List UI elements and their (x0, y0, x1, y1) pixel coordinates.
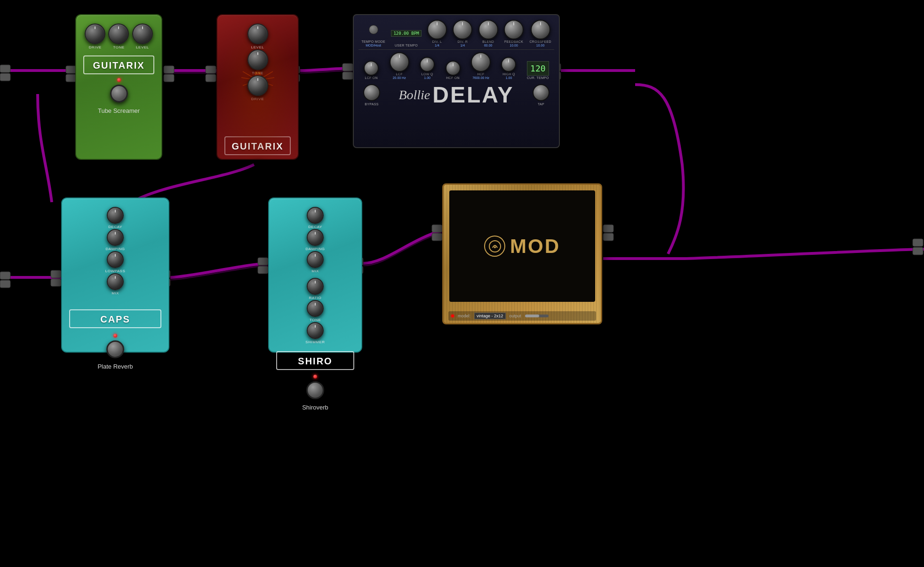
shiro-knobs-top: DECAY DAMPING MIX (269, 198, 361, 276)
model-label: model: (458, 314, 470, 318)
hcf-label: HCF (477, 72, 484, 76)
tone-label: TONE (113, 45, 124, 49)
low-q-knob[interactable] (420, 57, 435, 72)
tone-knob[interactable] (108, 24, 129, 44)
output-slider[interactable] (525, 315, 549, 317)
shiro-footswitch[interactable] (306, 381, 324, 399)
level-knob-group: LEVEL (132, 24, 153, 49)
caps-lowpass-group: LOWPASS (67, 251, 164, 273)
svg-rect-24 (913, 239, 923, 246)
caps-brand-box: CAPS (69, 309, 161, 328)
hcf-knob[interactable] (471, 52, 491, 72)
shiro-tone-knob[interactable] (307, 300, 324, 317)
shiro-knobs-bottom: RATIO TONE SHIMMER (269, 276, 361, 346)
caps-decay-group: DECAY (67, 207, 164, 229)
div-l-knob[interactable] (427, 20, 447, 39)
shiro-brand-box: SHIRO (276, 351, 354, 370)
svg-rect-22 (603, 225, 613, 232)
caps-lowpass-label: LOWPASS (105, 269, 125, 273)
bollie-brand-text: Bollie (398, 87, 430, 102)
svg-rect-21 (432, 233, 442, 241)
svg-rect-1 (66, 74, 76, 82)
div-r-group: DIV. R 1/4 (453, 20, 472, 47)
level-knob[interactable] (132, 24, 153, 44)
shiro-decay-label: DECAY (308, 225, 322, 229)
shiro-tone-label: TONE (310, 318, 321, 322)
svg-rect-25 (913, 247, 923, 255)
shiro-shimmer-knob[interactable] (307, 322, 324, 339)
tempo-mode-toggle[interactable] (369, 25, 378, 34)
caps-mix-group: MIX (67, 273, 164, 295)
delay-title-text: DELAY (432, 82, 514, 108)
cur-tempo-lcd: 120 (527, 61, 549, 76)
lcf-value: 20.00 Hz (393, 76, 406, 79)
tap-knob[interactable] (533, 84, 550, 101)
caps-name: Plate Reverb (62, 361, 168, 372)
gxsd2-tone-knob[interactable] (247, 49, 268, 70)
shiro-decay-group: DECAY (274, 207, 357, 229)
shiro-tone-group: TONE (274, 300, 357, 322)
blend-knob[interactable] (478, 20, 498, 39)
high-q-knob[interactable] (501, 57, 516, 72)
caps-lowpass-knob[interactable] (107, 251, 124, 268)
cur-tempo-group: 120 CUR. TEMPO (527, 61, 549, 79)
tube-screamer-footswitch[interactable] (110, 85, 128, 102)
mod-icon (484, 236, 505, 257)
feedback-value: 10.00 (510, 44, 518, 47)
shiro-mix-label: MIX (311, 269, 319, 273)
shiro-decay-knob[interactable] (307, 207, 324, 224)
svg-rect-4 (206, 66, 216, 73)
lcf-on-knob[interactable] (364, 61, 379, 76)
mod-led (451, 315, 454, 317)
shiro-shimmer-group: SHIMMER (274, 322, 357, 344)
div-l-group: DIV. L 1/4 (427, 20, 447, 47)
tube-screamer-brand-box: GUITARIX (83, 55, 154, 74)
gxsd2-drive-knob[interactable] (247, 75, 268, 96)
shiro-mix-knob[interactable] (307, 251, 324, 268)
tube-screamer-name: Tube Screamer (76, 105, 161, 116)
svg-line-32 (243, 71, 253, 78)
caps-led (113, 334, 117, 338)
svg-rect-20 (432, 225, 442, 232)
feedback-knob[interactable] (504, 20, 524, 39)
shiro-damping-knob[interactable] (307, 229, 324, 246)
gxsd2-footswitch[interactable] (249, 159, 267, 160)
crossfeed-knob[interactable] (531, 20, 550, 39)
caps-decay-knob[interactable] (107, 207, 124, 224)
caps-footswitch[interactable] (106, 340, 124, 358)
shiro-damping-label: DAMPING (306, 247, 325, 251)
model-value[interactable]: vintage - 2x12 (474, 313, 506, 319)
bypass-knob[interactable] (363, 84, 380, 101)
hcf-on-knob[interactable] (446, 61, 461, 76)
svg-rect-28 (0, 272, 10, 279)
lcf-on-label: LCF ON (365, 76, 377, 79)
svg-rect-17 (258, 266, 268, 274)
bollie-delay-pedal: TEMPO MODE MOD/Host 120.00 BPM USER TEMP… (353, 14, 560, 148)
svg-rect-2 (164, 66, 174, 73)
gxsd2-level-knob[interactable] (247, 24, 268, 44)
feedback-label: FEEDBACK (504, 40, 523, 43)
caps-mix-knob[interactable] (107, 273, 124, 290)
tempo-mode-label: TEMPO MODE (361, 40, 385, 43)
tempo-mode-value: MOD/Host (366, 44, 381, 47)
drive-knob[interactable] (85, 24, 105, 44)
mod-logo: MOD (484, 235, 560, 258)
delay-bottom-params: LCF ON LCF 20.00 Hz LOW Q 1.00 HCF ON HC… (358, 52, 554, 79)
blend-value: 60.00 (484, 44, 493, 47)
caps-damping-knob[interactable] (107, 229, 124, 246)
shiro-damping-group: DAMPING (274, 229, 357, 251)
tube-screamer-brand: GUITARIX (93, 60, 144, 71)
low-q-value: 1.00 (424, 76, 430, 79)
hcf-on-label: HCF ON (446, 76, 460, 79)
div-r-knob[interactable] (453, 20, 472, 39)
div-r-label: DIV. R (457, 40, 468, 43)
output-label: output (510, 314, 521, 318)
mod-brand-text: MOD (510, 235, 560, 258)
caps-decay-label: DECAY (108, 225, 122, 229)
div-l-label: DIV. L (432, 40, 442, 43)
cur-tempo-label: CUR. TEMPO (527, 76, 549, 79)
caps-damping-group: DAMPING (67, 229, 164, 251)
lcf-knob[interactable] (390, 52, 409, 72)
shiro-ratio-knob[interactable] (307, 278, 324, 295)
caps-reverb-pedal: DECAY DAMPING LOWPASS MIX CAPS Plate Rev… (61, 197, 169, 353)
